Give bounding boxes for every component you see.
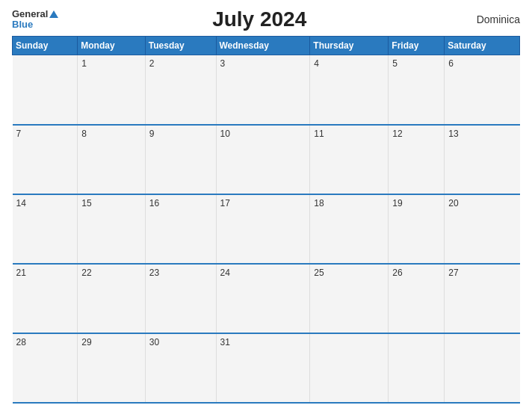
day-number: 27: [448, 268, 458, 278]
calendar-day-cell: 11: [310, 125, 389, 194]
calendar-day-cell: 15: [78, 194, 146, 264]
day-number: 2: [149, 58, 155, 69]
weekday-header-row: Sunday Monday Tuesday Wednesday Thursday…: [13, 37, 520, 55]
day-number: 26: [392, 268, 402, 278]
location-label: Dominica: [460, 13, 520, 25]
day-number: 6: [448, 58, 454, 69]
header-saturday: Saturday: [445, 37, 520, 55]
calendar-day-cell: 31: [216, 333, 310, 403]
calendar-day-cell: 4: [310, 55, 389, 125]
calendar-day-cell: 26: [389, 264, 445, 333]
day-number: 7: [16, 129, 22, 139]
calendar-day-cell: 8: [78, 125, 146, 194]
calendar-day-cell: 17: [216, 194, 310, 264]
calendar-day-cell: 2: [145, 55, 216, 125]
day-number: 15: [81, 198, 91, 208]
day-number: 16: [149, 198, 159, 208]
calendar-page: General Blue July 2024 Dominica Sunday M…: [0, 0, 532, 411]
day-number: 31: [220, 337, 230, 347]
day-number: 21: [16, 268, 26, 278]
day-number: 3: [220, 58, 226, 69]
day-number: 24: [220, 268, 230, 278]
day-number: 11: [314, 129, 324, 139]
header-friday: Friday: [389, 37, 445, 55]
calendar-week-row: 78910111213: [13, 125, 520, 194]
calendar-day-cell: [13, 55, 78, 125]
day-number: 17: [220, 198, 230, 208]
calendar-day-cell: 22: [78, 264, 146, 333]
calendar-day-cell: 30: [145, 333, 216, 403]
calendar-day-cell: 23: [145, 264, 216, 333]
calendar-day-cell: [389, 333, 445, 403]
calendar-day-cell: 25: [310, 264, 389, 333]
day-number: 9: [149, 129, 155, 139]
day-number: 5: [392, 58, 398, 69]
calendar-day-cell: 24: [216, 264, 310, 333]
day-number: 14: [16, 198, 26, 208]
day-number: 13: [448, 129, 458, 139]
day-number: 1: [81, 58, 87, 69]
calendar-day-cell: 5: [389, 55, 445, 125]
calendar-day-cell: 3: [216, 55, 310, 125]
calendar-title: July 2024: [58, 7, 460, 31]
day-number: 29: [81, 337, 91, 347]
day-number: 22: [81, 268, 91, 278]
calendar-day-cell: 29: [78, 333, 146, 403]
day-number: 8: [81, 129, 87, 139]
header: General Blue July 2024 Dominica: [12, 7, 520, 31]
calendar-day-cell: 27: [445, 264, 520, 333]
calendar-day-cell: 1: [78, 55, 146, 125]
calendar-day-cell: 19: [389, 194, 445, 264]
day-number: 19: [392, 198, 402, 208]
calendar-day-cell: 16: [145, 194, 216, 264]
calendar-day-cell: 12: [389, 125, 445, 194]
calendar-day-cell: 14: [13, 194, 78, 264]
day-number: 10: [220, 129, 230, 139]
day-number: 12: [392, 129, 402, 139]
calendar-day-cell: 28: [13, 333, 78, 403]
calendar-week-row: 28293031: [13, 333, 520, 403]
logo-blue-text: Blue: [12, 19, 58, 30]
day-number: 25: [314, 268, 324, 278]
day-number: 28: [16, 337, 26, 347]
header-thursday: Thursday: [310, 37, 389, 55]
calendar-day-cell: 9: [145, 125, 216, 194]
header-tuesday: Tuesday: [145, 37, 216, 55]
day-number: 23: [149, 268, 159, 278]
header-sunday: Sunday: [13, 37, 78, 55]
calendar-day-cell: 18: [310, 194, 389, 264]
header-monday: Monday: [78, 37, 146, 55]
day-number: 18: [314, 198, 324, 208]
calendar-day-cell: 6: [445, 55, 520, 125]
calendar-day-cell: 20: [445, 194, 520, 264]
calendar-day-cell: 7: [13, 125, 78, 194]
logo: General Blue: [12, 9, 58, 31]
calendar-day-cell: 10: [216, 125, 310, 194]
calendar-day-cell: [445, 333, 520, 403]
header-wednesday: Wednesday: [216, 37, 310, 55]
day-number: 4: [314, 58, 319, 69]
calendar-week-row: 123456: [13, 55, 520, 125]
calendar-table: Sunday Monday Tuesday Wednesday Thursday…: [12, 36, 520, 404]
logo-general-text: General: [12, 9, 48, 19]
day-number: 20: [448, 198, 458, 208]
calendar-day-cell: 13: [445, 125, 520, 194]
calendar-week-row: 21222324252627: [13, 264, 520, 333]
calendar-week-row: 14151617181920: [13, 194, 520, 264]
day-number: 30: [149, 337, 159, 347]
calendar-day-cell: [310, 333, 389, 403]
calendar-day-cell: 21: [13, 264, 78, 333]
